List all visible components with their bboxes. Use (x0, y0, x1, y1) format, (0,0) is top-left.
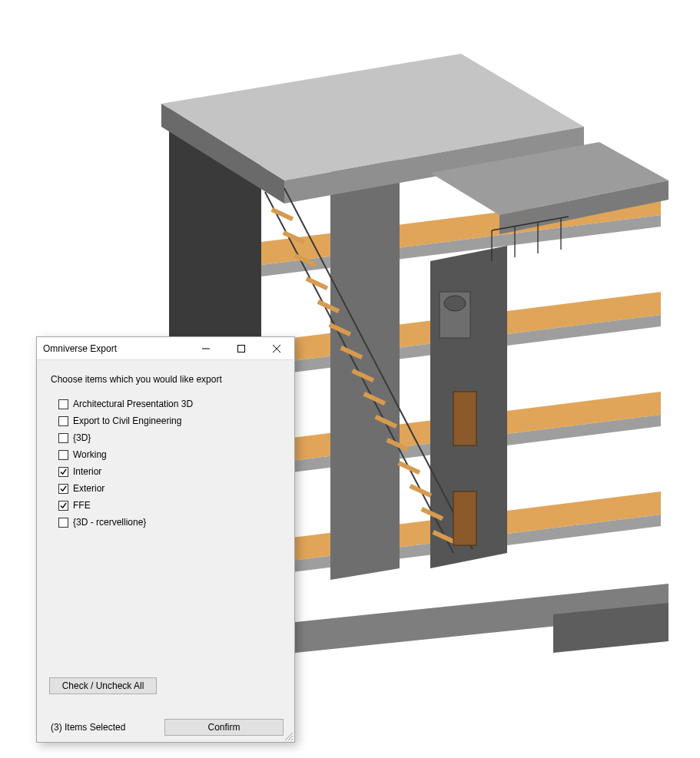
export-item-row[interactable]: Architectural Presentation 3D (58, 399, 284, 409)
dialog-footer: (3) Items Selected Confirm (48, 719, 284, 742)
window-close-button[interactable] (259, 337, 294, 360)
svg-rect-36 (453, 492, 476, 545)
export-items-list: Architectural Presentation 3DExport to C… (48, 399, 284, 528)
export-item-label: {3D} (73, 432, 91, 443)
checkbox-icon[interactable] (58, 416, 68, 426)
checkbox-icon[interactable] (58, 501, 68, 511)
export-item-label: {3D - rcervellione} (73, 517, 146, 528)
export-item-label: Working (73, 449, 107, 460)
checkbox-icon[interactable] (58, 399, 68, 409)
dialog-instruction: Choose items which you would like export (48, 374, 284, 385)
export-item-row[interactable]: Working (58, 449, 284, 460)
maximize-icon (237, 345, 245, 353)
export-item-row[interactable]: Interior (58, 466, 284, 477)
dialog-body: Choose items which you would like export… (37, 360, 294, 742)
dialog-title: Omniverse Export (43, 343, 188, 354)
export-item-label: Architectural Presentation 3D (73, 399, 193, 409)
window-maximize-button[interactable] (224, 337, 259, 360)
checkbox-icon[interactable] (58, 450, 68, 460)
svg-rect-46 (238, 345, 245, 352)
export-item-label: Export to Civil Engineering (73, 415, 181, 426)
dialog-titlebar[interactable]: Omniverse Export (37, 337, 294, 360)
svg-line-51 (291, 739, 293, 740)
minimize-icon (202, 345, 210, 353)
checkbox-icon[interactable] (58, 518, 68, 528)
resize-grip[interactable] (284, 731, 293, 740)
export-item-label: Interior (73, 466, 101, 477)
export-item-row[interactable]: {3D - rcervellione} (58, 517, 284, 528)
checkbox-icon[interactable] (58, 433, 68, 443)
window-minimize-button[interactable] (188, 337, 224, 360)
export-item-row[interactable]: Export to Civil Engineering (58, 415, 284, 426)
omniverse-export-dialog: Omniverse Export Choose items which you … (36, 336, 295, 743)
checkbox-icon[interactable] (58, 467, 68, 477)
confirm-button[interactable]: Confirm (164, 719, 284, 736)
export-item-row[interactable]: FFE (58, 500, 284, 511)
close-icon (273, 345, 280, 353)
svg-point-39 (444, 296, 466, 311)
export-item-label: FFE (73, 500, 91, 511)
checkbox-icon[interactable] (58, 484, 68, 494)
export-item-label: Exterior (73, 483, 105, 494)
items-selected-status: (3) Items Selected (51, 722, 125, 733)
svg-rect-37 (453, 392, 476, 445)
export-item-row[interactable]: Exterior (58, 483, 284, 494)
check-uncheck-all-button[interactable]: Check / Uncheck All (49, 677, 157, 694)
export-item-row[interactable]: {3D} (58, 432, 284, 443)
